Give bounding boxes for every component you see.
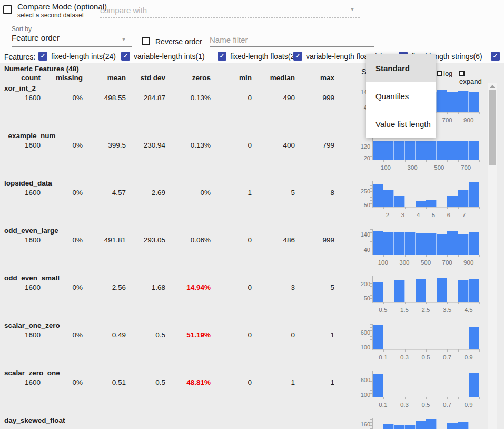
- x-axis-tick: [479, 160, 480, 162]
- x-axis-tick: [437, 160, 437, 162]
- vertical-scrollbar[interactable]: [488, 83, 497, 429]
- histogram-bar: [458, 91, 469, 112]
- x-axis-label: 300: [408, 164, 418, 171]
- checked-checkbox[interactable]: ✓: [218, 52, 226, 61]
- x-axis-tick: [383, 397, 384, 399]
- checked-checkbox[interactable]: ✓: [121, 52, 130, 61]
- x-axis-tick: [437, 255, 437, 257]
- stat-missing: 0%: [41, 141, 83, 149]
- x-axis-label: 0.3: [400, 354, 409, 360]
- compare-with-select[interactable]: compare with: [100, 4, 360, 18]
- stat-median: 3: [252, 284, 295, 291]
- histogram-bar: [437, 234, 447, 255]
- log-checkbox[interactable]: [437, 71, 442, 76]
- stat-zeros: 0.13%: [166, 141, 211, 149]
- column-header: missing: [41, 74, 83, 82]
- x-axis-tick: [447, 112, 448, 114]
- x-axis-tick: [394, 349, 394, 352]
- x-axis-tick: [405, 349, 406, 352]
- x-axis-tick: [383, 207, 384, 209]
- y-axis-label: 100: [351, 392, 370, 398]
- stat-min: 0: [211, 236, 252, 244]
- numeric-features-title: Numeric Features (48): [4, 65, 79, 73]
- y-axis-label: 20: [351, 155, 370, 161]
- y-axis-label: 600: [351, 329, 370, 336]
- x-axis-label: 4: [417, 212, 420, 218]
- table-row: day_skewed_float160: [0, 415, 504, 429]
- checked-checkbox[interactable]: ✓: [38, 52, 47, 61]
- feature-type-label: fixed-length floats(20): [230, 52, 301, 61]
- y-axis-tick: [370, 419, 373, 420]
- log-label: log: [443, 70, 452, 77]
- histogram-bar: [447, 92, 458, 112]
- feature-name: lopsided_data: [4, 179, 52, 187]
- table-row: odd_even_small16000%2.561.6814.94%035200…: [0, 273, 504, 320]
- sort-by-label: Sort by: [12, 25, 32, 33]
- menu-item-value-list-length[interactable]: Value list length: [366, 110, 436, 138]
- reverse-order-checkbox[interactable]: [142, 37, 150, 45]
- scrollbar-up-icon[interactable]: [490, 85, 495, 88]
- stat-count: 1600: [0, 141, 41, 149]
- x-axis-label: 500: [434, 164, 444, 171]
- name-filter-input[interactable]: [210, 33, 374, 47]
- x-axis-tick: [383, 160, 384, 162]
- stat-max: 1: [295, 331, 335, 339]
- column-header: max: [295, 74, 335, 82]
- feature-type-label: variable-length ints(1): [134, 52, 205, 61]
- histogram-bar: [469, 373, 479, 397]
- histogram-bar: [458, 422, 469, 429]
- scrollbar-thumb[interactable]: [489, 90, 496, 165]
- histogram-bar: [469, 232, 479, 255]
- feature-stats: 16000%498.55284.870.13%0490999: [0, 94, 335, 102]
- checked-checkbox[interactable]: ✓: [491, 52, 500, 61]
- y-axis-label: 200: [351, 281, 370, 287]
- feature-name: day_skewed_float: [4, 416, 65, 424]
- y-axis-tick: [370, 372, 373, 372]
- menu-item-standard[interactable]: Standard: [366, 54, 436, 82]
- x-axis-tick: [426, 349, 427, 352]
- sort-by-select[interactable]: Feature order: [12, 33, 132, 47]
- x-axis-tick: [479, 302, 480, 304]
- histogram-bar: [416, 201, 426, 207]
- x-axis-tick: [405, 255, 406, 257]
- y-axis-tick: [370, 182, 373, 182]
- x-axis-tick: [373, 397, 373, 399]
- x-axis-label: 0.7: [443, 402, 451, 408]
- x-axis-tick: [373, 160, 373, 162]
- x-axis-label: 700: [442, 259, 452, 266]
- table-row: scalar_zero_one16000%0.510.548.81%011600…: [0, 368, 504, 415]
- stat-min: 0: [211, 284, 252, 291]
- stat-count: 1600: [0, 94, 41, 102]
- menu-item-quantiles[interactable]: Quantiles: [366, 82, 436, 110]
- x-axis-tick: [416, 349, 416, 352]
- y-axis-tick: [370, 277, 373, 277]
- y-axis-tick: [370, 280, 373, 280]
- stat-zeros: 0.06%: [166, 236, 211, 244]
- histogram-bar: [447, 231, 458, 255]
- column-header: std dev: [126, 74, 166, 82]
- compare-mode-sublabel: select a second dataset: [17, 12, 84, 19]
- feature-stats: 16000%4.572.690%158: [0, 189, 335, 197]
- x-axis-tick: [469, 160, 469, 162]
- checked-checkbox[interactable]: ✓: [293, 52, 302, 61]
- histogram-bar: [469, 182, 479, 207]
- log-toggle[interactable]: log: [437, 70, 452, 77]
- compare-mode-checkbox[interactable]: [3, 5, 12, 14]
- x-axis-tick: [458, 207, 459, 209]
- table-row: scalar_one_zero16000%0.490.551.19%001600…: [0, 320, 504, 368]
- top-controls-panel: Compare Mode (optional) select a second …: [0, 0, 504, 63]
- stat-count: 1600: [0, 378, 41, 386]
- stat-median: 400: [252, 141, 295, 149]
- histogram-chart: 200500.51.52.53.54.5: [351, 275, 480, 319]
- stat-max: 1: [295, 378, 335, 386]
- stat-std_dev: 0.5: [126, 378, 166, 386]
- stat-mean: 491.81: [83, 236, 126, 244]
- stat-missing: 0%: [41, 236, 83, 244]
- stat-median: 5: [252, 189, 295, 197]
- feature-name: odd_even_large: [4, 227, 58, 235]
- x-axis-tick: [469, 349, 469, 352]
- expand-checkbox[interactable]: [459, 71, 465, 76]
- dropdown-caret-icon: ▼: [121, 36, 126, 42]
- column-header: median: [252, 74, 295, 82]
- x-axis-label: 2: [386, 212, 389, 218]
